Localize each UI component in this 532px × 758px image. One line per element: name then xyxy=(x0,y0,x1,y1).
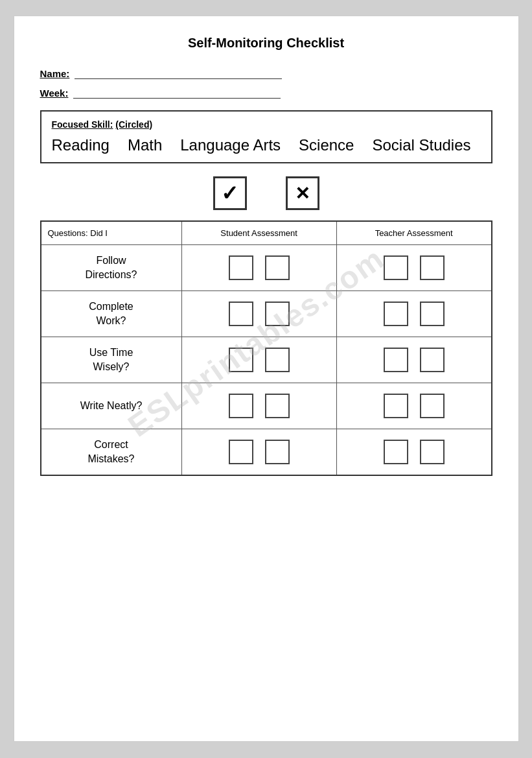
student-assessment-time xyxy=(181,337,336,383)
student-check-3b[interactable] xyxy=(265,348,290,372)
subject-science: Science xyxy=(299,136,354,154)
teacher-check-4a[interactable] xyxy=(384,394,408,418)
teacher-assessment-complete xyxy=(336,291,491,337)
teacher-check-1b[interactable] xyxy=(420,255,445,280)
name-line xyxy=(75,66,282,79)
focused-skill-label: Focused Skill: xyxy=(52,119,113,130)
student-check-5b[interactable] xyxy=(265,440,290,464)
teacher-assessment-write xyxy=(336,383,491,429)
table-row: Use TimeWisely? xyxy=(41,337,492,383)
teacher-assessment-correct xyxy=(336,429,491,476)
student-check-4b[interactable] xyxy=(265,394,290,418)
teacher-check-3a[interactable] xyxy=(384,348,408,372)
legend-row: ✓ ✕ xyxy=(40,176,492,210)
student-assessment-write xyxy=(181,383,336,429)
subjects-row: Reading Math Language Arts Science Socia… xyxy=(52,136,481,154)
student-assessment-correct xyxy=(181,429,336,476)
table-row: Write Neatly? xyxy=(41,383,492,429)
subject-reading: Reading xyxy=(52,136,110,154)
focused-skill-header: Focused Skill: (Circled) xyxy=(52,119,481,130)
subject-language-arts: Language Arts xyxy=(180,136,281,154)
teacher-check-3b[interactable] xyxy=(420,348,445,372)
col3-header: Teacher Assessment xyxy=(336,221,491,245)
question-write-neatly: Write Neatly? xyxy=(41,383,182,429)
teacher-check-4b[interactable] xyxy=(420,394,445,418)
teacher-assessment-follow xyxy=(336,245,491,291)
teacher-check-5a[interactable] xyxy=(384,440,408,464)
student-check-1a[interactable] xyxy=(229,255,253,280)
student-check-5a[interactable] xyxy=(229,440,253,464)
student-assessment-follow xyxy=(181,245,336,291)
checklist-table: Questions: Did I Student Assessment Teac… xyxy=(40,220,492,476)
col1-header: Questions: Did I xyxy=(41,221,182,245)
student-assessment-complete xyxy=(181,291,336,337)
question-follow-directions: FollowDirections? xyxy=(41,245,182,291)
table-header-row: Questions: Did I Student Assessment Teac… xyxy=(41,221,492,245)
week-line xyxy=(73,86,281,99)
student-check-2a[interactable] xyxy=(229,302,253,326)
teacher-check-2a[interactable] xyxy=(384,302,408,326)
teacher-check-5b[interactable] xyxy=(420,440,445,464)
table-row: CompleteWork? xyxy=(41,291,492,337)
col2-header: Student Assessment xyxy=(181,221,336,245)
page-title: Self-Monitoring Checklist xyxy=(40,36,492,51)
subject-math: Math xyxy=(128,136,162,154)
student-check-3a[interactable] xyxy=(229,348,253,372)
week-label: Week: xyxy=(40,88,69,99)
student-check-2b[interactable] xyxy=(265,302,290,326)
teacher-check-1a[interactable] xyxy=(384,255,408,280)
teacher-check-2b[interactable] xyxy=(420,302,445,326)
student-check-4a[interactable] xyxy=(229,394,253,418)
checkmark-legend: ✓ xyxy=(213,176,247,210)
question-correct-mistakes: CorrectMistakes? xyxy=(41,429,182,476)
table-row: FollowDirections? xyxy=(41,245,492,291)
teacher-assessment-time xyxy=(336,337,491,383)
name-label: Name: xyxy=(40,68,70,79)
table-row: CorrectMistakes? xyxy=(41,429,492,476)
student-check-1b[interactable] xyxy=(265,255,290,280)
x-legend: ✕ xyxy=(286,176,319,210)
focused-skill-box: Focused Skill: (Circled) Reading Math La… xyxy=(40,110,492,163)
question-complete-work: CompleteWork? xyxy=(41,291,182,337)
question-use-time-wisely: Use TimeWisely? xyxy=(41,337,182,383)
subject-social-studies: Social Studies xyxy=(372,136,470,154)
